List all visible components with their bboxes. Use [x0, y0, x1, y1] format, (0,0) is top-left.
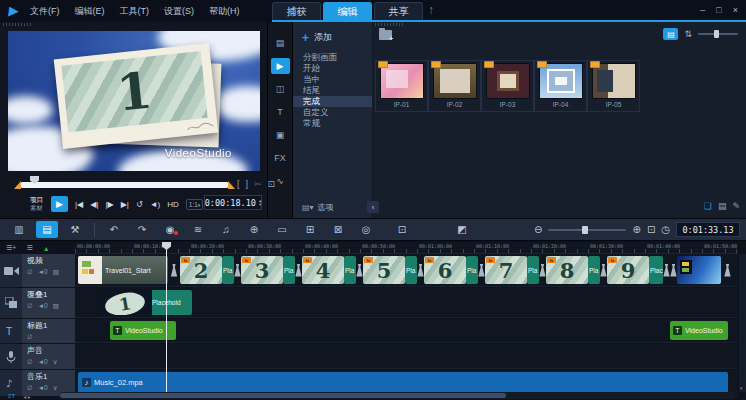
- minimize-button[interactable]: –: [700, 5, 705, 15]
- timeline-timecode[interactable]: 0:01:33.13: [676, 222, 740, 237]
- storyboard-view-button[interactable]: ▥: [8, 221, 30, 238]
- clip-number-9[interactable]: 9fx: [607, 256, 649, 284]
- thumbnail-view-button[interactable]: ▤: [663, 28, 678, 40]
- split-clip-button[interactable]: ✂: [254, 179, 262, 189]
- vertical-scrollbar[interactable]: ▾: [739, 254, 746, 392]
- category-item-6[interactable]: 常规: [293, 118, 372, 129]
- maximize-button[interactable]: □: [716, 5, 721, 15]
- category-item-2[interactable]: 当中: [293, 74, 372, 85]
- scroll-arrows[interactable]: ◂ ▸: [23, 393, 31, 400]
- auto-music-button[interactable]: ♫: [215, 221, 237, 238]
- placeholder-clip[interactable]: Pla: [222, 256, 234, 284]
- batch-convert-button[interactable]: ⚒: [64, 221, 86, 238]
- fit-project-icon[interactable]: ⊡: [647, 224, 655, 235]
- split-screen-template-button[interactable]: ⊞: [299, 221, 321, 238]
- system-volume-button[interactable]: ◄): [150, 200, 161, 209]
- scrub-bar[interactable]: [21, 182, 228, 188]
- zoom-out-icon[interactable]: ⊖: [534, 224, 542, 235]
- mute-icon[interactable]: ◄0: [38, 358, 48, 366]
- category-item-4[interactable]: 完成: [293, 96, 372, 107]
- video-track-icon[interactable]: [0, 254, 22, 287]
- horizontal-scrollbar[interactable]: [60, 392, 736, 399]
- library-nav-filter[interactable]: FX: [271, 150, 290, 166]
- title-clip-1[interactable]: TVideoStudio: [670, 321, 728, 340]
- category-item-1[interactable]: 开始: [293, 63, 372, 74]
- mask-creator-button[interactable]: ◩: [451, 221, 473, 238]
- transition-icon[interactable]: [721, 256, 734, 284]
- placeholder-clip[interactable]: Pla: [527, 256, 539, 284]
- category-item-0[interactable]: 分割画面: [293, 52, 372, 63]
- edit-panel-toggle[interactable]: ✎: [732, 201, 740, 211]
- previous-frame-button[interactable]: ◀|: [90, 200, 98, 209]
- upgrade-arrow-icon[interactable]: ↑: [428, 3, 434, 17]
- placeholder-clip[interactable]: Pla: [466, 256, 478, 284]
- clip-number-4[interactable]: 4fx: [302, 256, 344, 284]
- transition-icon[interactable]: [539, 256, 546, 284]
- zoom-in-icon[interactable]: ⊕: [632, 224, 640, 235]
- clip-number-8[interactable]: 8fx: [546, 256, 588, 284]
- clip-end-media[interactable]: [677, 256, 721, 284]
- tab-2[interactable]: 共享: [374, 2, 423, 21]
- preview-timecode[interactable]: 0:00:18.10 ▲▼: [204, 195, 262, 210]
- clip-number-6[interactable]: 6fx: [424, 256, 466, 284]
- collapse-panel-button[interactable]: ‹: [367, 201, 379, 213]
- duration-clock-icon[interactable]: ◷: [661, 224, 670, 235]
- sort-icon[interactable]: ⇅: [684, 29, 692, 39]
- record-capture-button[interactable]: ◉: [159, 221, 181, 238]
- voice-track-icon[interactable]: [0, 344, 22, 369]
- add-track-button[interactable]: ▲: [43, 245, 50, 252]
- lock-track-icon[interactable]: ∅: [27, 302, 33, 310]
- placeholder-clip[interactable]: Pla: [405, 256, 417, 284]
- library-nav-transition[interactable]: ◫: [271, 81, 290, 97]
- menu-item-2[interactable]: 工具(T): [120, 5, 150, 18]
- placeholder-clip[interactable]: Plac: [649, 256, 663, 284]
- pattern-icon[interactable]: ▨: [53, 268, 59, 276]
- sound-mixer-button[interactable]: ≋: [187, 221, 209, 238]
- timecode-spinner[interactable]: ▲▼: [259, 199, 261, 207]
- timeline-ruler[interactable]: 00:00:00:0000:00:10:0000:00:20:0000:00:3…: [75, 242, 738, 254]
- mute-icon[interactable]: ◄0: [38, 302, 48, 310]
- mute-icon[interactable]: ◄0: [38, 268, 48, 276]
- placeholder-clip[interactable]: Pla: [283, 256, 295, 284]
- tab-1[interactable]: 编辑: [323, 2, 372, 21]
- mode-clip[interactable]: 素材: [30, 205, 43, 212]
- template-item-3[interactable]: IP-04: [534, 60, 587, 112]
- redo-button[interactable]: ↷: [131, 221, 153, 238]
- clip-number-5[interactable]: 5fx: [363, 256, 405, 284]
- filmstrip-panel-toggle[interactable]: ▤: [718, 201, 727, 211]
- library-nav-media[interactable]: ▤: [271, 35, 290, 51]
- scrub-marker[interactable]: [30, 176, 39, 184]
- mark-in-button[interactable]: [: [237, 179, 240, 189]
- ripple-editing-button[interactable]: ⊡: [391, 221, 413, 238]
- mode-project[interactable]: 项目: [30, 197, 43, 204]
- clip-number-2[interactable]: 2fx: [180, 256, 222, 284]
- chevron-down-icon[interactable]: ∨: [53, 384, 58, 392]
- library-nav-instant-project[interactable]: ▶: [271, 58, 290, 74]
- undo-button[interactable]: ↶: [103, 221, 125, 238]
- motion-tracking-button[interactable]: ⊕: [243, 221, 265, 238]
- pan-zoom-button[interactable]: ⊠: [327, 221, 349, 238]
- overlay-clip[interactable]: 1Placehold: [97, 290, 192, 315]
- lock-track-icon[interactable]: ∅: [27, 358, 33, 366]
- clip-number-7[interactable]: 7fx: [485, 256, 527, 284]
- transition-icon[interactable]: [663, 256, 670, 284]
- track-size-toggle[interactable]: ≡T: [8, 393, 15, 399]
- options-button[interactable]: ▤▾ 选项: [302, 202, 334, 213]
- placeholder-clip[interactable]: Pla: [344, 256, 356, 284]
- music-clip[interactable]: ♪Music_02.mpa: [78, 372, 728, 393]
- menu-item-1[interactable]: 编辑(E): [75, 5, 105, 18]
- template-item-2[interactable]: IP-03: [481, 60, 534, 112]
- lock-track-icon[interactable]: ∅: [27, 333, 33, 341]
- thumbnail-size-slider[interactable]: [698, 33, 738, 35]
- library-nav-title[interactable]: T: [271, 104, 290, 120]
- chevron-down-icon[interactable]: ∨: [53, 358, 58, 366]
- trim-start-handle[interactable]: [14, 181, 21, 189]
- track-menu-button[interactable]: ☰: [26, 244, 32, 252]
- play-button[interactable]: ▶: [51, 196, 68, 212]
- menu-item-0[interactable]: 文件(F): [30, 5, 60, 18]
- template-item-0[interactable]: IP-01: [375, 60, 428, 112]
- transition-icon[interactable]: [168, 256, 180, 284]
- scrollbar-thumb[interactable]: [60, 393, 506, 398]
- pattern-icon[interactable]: ▨: [53, 302, 59, 310]
- repeat-button[interactable]: ↺: [136, 200, 143, 209]
